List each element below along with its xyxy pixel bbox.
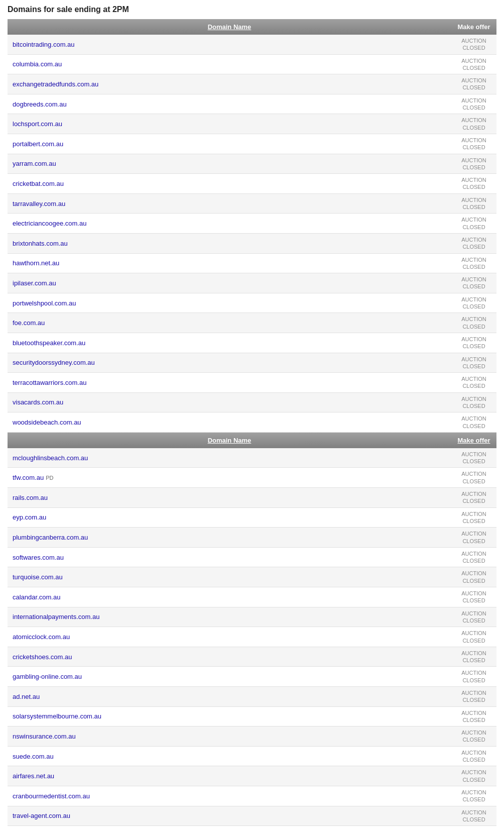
status-cell: AUCTIONCLOSED: [451, 94, 496, 114]
domain-link[interactable]: cranbourmedentist.com.au: [13, 792, 90, 800]
domain-link[interactable]: softwares.com.au: [13, 554, 64, 561]
domain-link[interactable]: bitcointrading.com.au: [13, 41, 75, 48]
table-row: portalbert.com.auAUCTIONCLOSED: [8, 134, 496, 154]
domain-link[interactable]: travel-agent.com.au: [13, 812, 70, 819]
table-row: electriciancoogee.com.auAUCTIONCLOSED: [8, 214, 496, 234]
table-row: securitydoorssydney.com.auAUCTIONCLOSED: [8, 353, 496, 373]
domain-link[interactable]: gambling-online.com.au: [13, 673, 82, 680]
domain-link[interactable]: cricketbat.com.au: [13, 180, 64, 187]
domain-link[interactable]: suede.com.au: [13, 753, 54, 760]
table-row: mcloughlinsbeach.com.auAUCTIONCLOSED: [8, 448, 496, 468]
table-row: travel-agent.com.auAUCTIONCLOSED: [8, 806, 496, 826]
table-row: gambling-online.com.auAUCTIONCLOSED: [8, 667, 496, 687]
status-cell: AUCTIONCLOSED: [451, 507, 496, 528]
table-row: hawthorn.net.auAUCTIONCLOSED: [8, 253, 496, 273]
table-row: columbia.com.auAUCTIONCLOSED: [8, 54, 496, 74]
status-cell: AUCTIONCLOSED: [451, 587, 496, 607]
table-row: suede.com.auAUCTIONCLOSED: [8, 746, 496, 766]
table-row: nswinsurance.com.auAUCTIONCLOSED: [8, 727, 496, 747]
status-cell: AUCTIONCLOSED: [451, 627, 496, 647]
domain-link[interactable]: airfares.net.au: [13, 772, 54, 780]
domain-link[interactable]: bluetoothspeaker.com.au: [13, 339, 85, 347]
table-row: plumbingcanberra.com.auAUCTIONCLOSED: [8, 528, 496, 548]
domain-link[interactable]: ipilaser.com.au: [13, 279, 56, 287]
domain-link[interactable]: visacards.com.au: [13, 398, 63, 406]
domain-link[interactable]: exchangetradedfunds.com.au: [13, 80, 98, 88]
table-row: solarsystemmelbourne.com.auAUCTIONCLOSED: [8, 706, 496, 727]
domain-link[interactable]: lochsport.com.au: [13, 120, 62, 128]
status-cell: AUCTIONCLOSED: [451, 468, 496, 488]
table-row: terracottawarriors.com.auAUCTIONCLOSED: [8, 373, 496, 393]
table-row: atomicclock.com.auAUCTIONCLOSED: [8, 627, 496, 647]
domain-link[interactable]: tarravalley.com.au: [13, 200, 65, 208]
domain-link[interactable]: calandar.com.au: [13, 593, 60, 601]
status-cell: AUCTIONCLOSED: [451, 233, 496, 253]
domain-link[interactable]: electriciancoogee.com.au: [13, 220, 86, 227]
domain-link[interactable]: rails.com.au: [13, 494, 48, 501]
domain-link[interactable]: hawthorn.net.au: [13, 259, 59, 267]
domain-link[interactable]: internationalpayments.com.au: [13, 613, 99, 620]
status-cell: AUCTIONCLOSED: [451, 806, 496, 826]
table2-offer-header: Make offer: [451, 433, 496, 448]
table-row: visacards.com.auAUCTIONCLOSED: [8, 392, 496, 412]
table-row: lochsport.com.auAUCTIONCLOSED: [8, 114, 496, 134]
status-cell: AUCTIONCLOSED: [451, 193, 496, 214]
status-cell: AUCTIONCLOSED: [451, 567, 496, 587]
domain-link[interactable]: portalbert.com.au: [13, 140, 63, 148]
status-cell: AUCTIONCLOSED: [451, 826, 496, 829]
status-cell: AUCTIONCLOSED: [451, 154, 496, 174]
table1-domain-header: Domain Name: [8, 19, 451, 35]
status-cell: AUCTIONCLOSED: [451, 293, 496, 313]
status-cell: AUCTIONCLOSED: [451, 313, 496, 333]
status-cell: AUCTIONCLOSED: [451, 547, 496, 567]
table-row: tradingpost.net.auAUCTIONCLOSED: [8, 826, 496, 829]
table-row: internationalpayments.com.auAUCTIONCLOSE…: [8, 607, 496, 627]
status-cell: AUCTIONCLOSED: [451, 488, 496, 508]
table-row: airfares.net.auAUCTIONCLOSED: [8, 766, 496, 786]
domain-link[interactable]: tfw.com.au: [13, 474, 44, 481]
status-cell: AUCTIONCLOSED: [451, 727, 496, 747]
domain-link[interactable]: cricketshoes.com.au: [13, 653, 72, 661]
status-cell: AUCTIONCLOSED: [451, 373, 496, 393]
domain-link[interactable]: portwelshpool.com.au: [13, 299, 76, 307]
domain-link[interactable]: mcloughlinsbeach.com.au: [13, 454, 88, 462]
status-cell: AUCTIONCLOSED: [451, 667, 496, 687]
domain-link[interactable]: ad.net.au: [13, 693, 40, 700]
status-cell: AUCTIONCLOSED: [451, 448, 496, 468]
domain-link[interactable]: securitydoorssydney.com.au: [13, 359, 95, 366]
status-cell: AUCTIONCLOSED: [451, 746, 496, 766]
status-cell: AUCTIONCLOSED: [451, 214, 496, 234]
table-row: eyp.com.auAUCTIONCLOSED: [8, 507, 496, 528]
status-cell: AUCTIONCLOSED: [451, 687, 496, 707]
table-row: cricketbat.com.auAUCTIONCLOSED: [8, 174, 496, 194]
domain-link[interactable]: terracottawarriors.com.au: [13, 379, 86, 386]
status-cell: AUCTIONCLOSED: [451, 647, 496, 667]
domain-link[interactable]: woodsidebeach.com.au: [13, 419, 81, 426]
domains-table-1: Domain Name Make offer bitcointrading.co…: [8, 19, 496, 433]
domain-link[interactable]: turquoise.com.au: [13, 573, 63, 581]
domain-link[interactable]: dogbreeds.com.au: [13, 100, 67, 108]
domain-link[interactable]: foe.com.au: [13, 319, 45, 327]
table-row: bluetoothspeaker.com.auAUCTIONCLOSED: [8, 333, 496, 353]
domain-link[interactable]: plumbingcanberra.com.au: [13, 534, 88, 541]
table-row: bitcointrading.com.auAUCTIONCLOSED: [8, 35, 496, 54]
status-cell: AUCTIONCLOSED: [451, 333, 496, 353]
domain-link[interactable]: columbia.com.au: [13, 60, 62, 68]
table-row: calandar.com.auAUCTIONCLOSED: [8, 587, 496, 607]
status-cell: AUCTIONCLOSED: [451, 253, 496, 273]
table-row: foe.com.auAUCTIONCLOSED: [8, 313, 496, 333]
status-cell: AUCTIONCLOSED: [451, 786, 496, 806]
table-row: brixtonhats.com.auAUCTIONCLOSED: [8, 233, 496, 253]
table-row: cranbourmedentist.com.auAUCTIONCLOSED: [8, 786, 496, 806]
domain-link[interactable]: eyp.com.au: [13, 513, 46, 521]
domain-link[interactable]: nswinsurance.com.au: [13, 733, 76, 740]
domain-link[interactable]: atomicclock.com.au: [13, 633, 70, 641]
status-cell: AUCTIONCLOSED: [451, 54, 496, 74]
domain-link[interactable]: brixtonhats.com.au: [13, 240, 68, 247]
status-cell: AUCTIONCLOSED: [451, 766, 496, 786]
domain-link[interactable]: solarsystemmelbourne.com.au: [13, 712, 101, 720]
table-row: yarram.com.auAUCTIONCLOSED: [8, 154, 496, 174]
table-row: portwelshpool.com.auAUCTIONCLOSED: [8, 293, 496, 313]
domain-link[interactable]: yarram.com.au: [13, 160, 56, 167]
status-cell: AUCTIONCLOSED: [451, 528, 496, 548]
